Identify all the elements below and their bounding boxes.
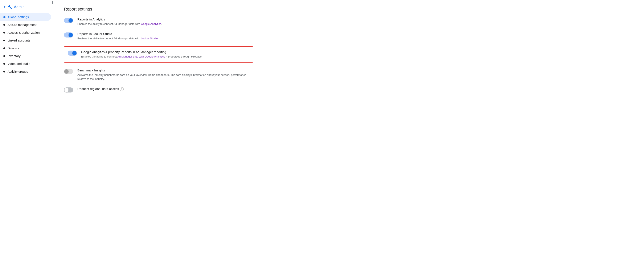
setting-link-ga4-reports[interactable]: Ad Manager data with Google Analytics 4 <box>117 55 167 58</box>
nav-dot-icon <box>3 24 5 26</box>
setting-row-benchmark-insights: Benchmark InsightsActivates the Industry… <box>64 68 253 81</box>
sidebar: ▼ Admin Global settingsAds.txt managemen… <box>0 0 54 280</box>
setting-row-reports-analytics: Reports in AnalyticsEnables the ability … <box>64 18 253 26</box>
setting-content-ga4-reports: Google Analytics 4 property Reports in A… <box>81 50 249 59</box>
toggle-thumb <box>64 88 68 92</box>
toggle-track <box>68 51 77 56</box>
setting-content-reports-looker: Reports in Looker StudioEnables the abil… <box>77 32 253 41</box>
sidebar-item-linked-accounts[interactable]: Linked accounts <box>0 37 51 44</box>
sidebar-item-access-authorization[interactable]: Access & authorization <box>0 29 51 37</box>
nav-dot-icon <box>3 32 5 34</box>
sidebar-item-label: Ads.txt management <box>8 23 36 27</box>
nav-dot-icon <box>3 71 5 72</box>
main-content: Report settings Reports in AnalyticsEnab… <box>54 0 644 280</box>
toggle-reports-looker[interactable] <box>64 33 73 38</box>
setting-row-reports-looker: Reports in Looker StudioEnables the abil… <box>64 32 253 41</box>
nav-dot-icon <box>3 47 5 49</box>
setting-title-regional-data: Request regional data access? <box>77 87 253 91</box>
nav-dot-icon <box>3 16 6 18</box>
setting-link-reports-looker[interactable]: Looker Studio <box>141 37 158 40</box>
sidebar-item-label: Activity groups <box>8 70 28 73</box>
toggle-track <box>64 87 73 92</box>
setting-desc-reports-looker: Enables the ability to connect Ad Manage… <box>77 37 253 41</box>
setting-content-benchmark-insights: Benchmark InsightsActivates the Industry… <box>77 68 253 81</box>
nav-dot-icon <box>3 63 5 65</box>
sidebar-item-label: Linked accounts <box>8 39 30 42</box>
sidebar-item-ads-txt[interactable]: Ads.txt management <box>0 21 51 29</box>
sidebar-item-delivery[interactable]: Delivery <box>0 44 51 52</box>
setting-content-reports-analytics: Reports in AnalyticsEnables the ability … <box>77 18 253 26</box>
toggle-benchmark-insights[interactable] <box>64 69 73 74</box>
setting-desc-reports-analytics: Enables the ability to connect Ad Manage… <box>77 22 253 26</box>
toggle-ga4-reports[interactable] <box>68 51 77 56</box>
scroll-indicator <box>52 1 53 4</box>
toggle-regional-data[interactable] <box>64 87 73 92</box>
setting-row-regional-data: Request regional data access? <box>64 87 253 92</box>
setting-link-reports-analytics[interactable]: Google Analytics <box>141 22 161 26</box>
toggle-track <box>64 69 73 74</box>
toggle-thumb <box>68 18 73 23</box>
setting-title-reports-looker: Reports in Looker Studio <box>77 32 253 36</box>
setting-content-regional-data: Request regional data access? <box>77 87 253 92</box>
sidebar-item-label: Video and audio <box>8 62 30 66</box>
toggle-track <box>64 33 73 38</box>
setting-desc-ga4-reports: Enables the ability to connect Ad Manage… <box>81 55 249 59</box>
sidebar-item-label: Inventory <box>8 54 20 58</box>
sidebar-nav: Global settingsAds.txt managementAccess … <box>0 13 54 75</box>
admin-label: Admin <box>14 5 24 9</box>
section-title: Report settings <box>64 7 634 12</box>
toggle-thumb <box>68 33 73 37</box>
setting-title-reports-analytics: Reports in Analytics <box>77 18 253 21</box>
help-icon[interactable]: ? <box>120 87 124 91</box>
setting-desc-benchmark-insights: Activates the Industry benchmarks card o… <box>77 73 253 81</box>
toggle-reports-analytics[interactable] <box>64 18 73 23</box>
setting-title-benchmark-insights: Benchmark Insights <box>77 68 253 72</box>
wrench-icon <box>8 5 12 9</box>
toggle-thumb <box>64 69 68 74</box>
sidebar-item-activity-groups[interactable]: Activity groups <box>0 68 51 75</box>
admin-header[interactable]: ▼ Admin <box>0 3 54 13</box>
sidebar-item-label: Access & authorization <box>8 31 40 34</box>
sidebar-item-global-settings[interactable]: Global settings <box>0 13 51 21</box>
nav-dot-icon <box>3 40 5 41</box>
sidebar-item-label: Delivery <box>8 46 19 50</box>
chevron-icon: ▼ <box>3 6 6 9</box>
settings-list: Reports in AnalyticsEnables the ability … <box>64 18 634 92</box>
sidebar-item-video-audio[interactable]: Video and audio <box>0 60 51 68</box>
toggle-thumb <box>72 51 76 55</box>
setting-title-ga4-reports: Google Analytics 4 property Reports in A… <box>81 50 249 54</box>
sidebar-item-label: Global settings <box>8 15 29 19</box>
toggle-track <box>64 18 73 23</box>
setting-row-ga4-reports: Google Analytics 4 property Reports in A… <box>64 46 253 63</box>
nav-dot-icon <box>3 55 5 57</box>
sidebar-item-inventory[interactable]: Inventory <box>0 52 51 60</box>
